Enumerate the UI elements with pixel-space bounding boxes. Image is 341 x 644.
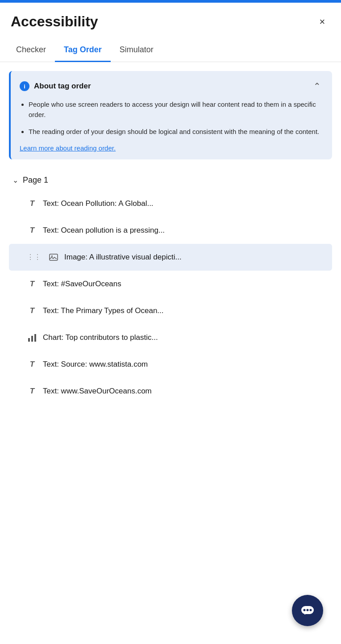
page-section: ⌄ Page 1 T Text: Ocean Pollution: A Glob… bbox=[9, 170, 332, 405]
tab-tag-order[interactable]: Tag Order bbox=[55, 39, 111, 62]
info-box-bullets: People who use screen readers to access … bbox=[20, 100, 323, 137]
tag-label: Text: Ocean Pollution: A Global... bbox=[43, 199, 154, 208]
info-box-header: i About tag order ⌃ bbox=[20, 80, 323, 92]
text-icon: T bbox=[27, 359, 37, 370]
tag-label: Text: Source: www.statista.com bbox=[43, 360, 148, 369]
close-button[interactable]: × bbox=[314, 14, 330, 30]
svg-point-8 bbox=[310, 609, 312, 611]
collapse-button[interactable]: ⌃ bbox=[311, 80, 323, 92]
svg-point-7 bbox=[307, 609, 309, 611]
tag-label: Text: The Primary Types of Ocean... bbox=[43, 306, 164, 315]
svg-point-1 bbox=[51, 255, 53, 257]
svg-rect-0 bbox=[50, 254, 58, 260]
tag-item[interactable]: T Text: Ocean pollution is a pressing... bbox=[9, 217, 332, 244]
header: Accessibility × bbox=[0, 3, 341, 39]
tag-label: Chart: Top contributors to plastic... bbox=[43, 333, 158, 342]
text-icon: T bbox=[27, 198, 37, 209]
drag-handle-icon: ⋮⋮ bbox=[27, 253, 41, 261]
page-header[interactable]: ⌄ Page 1 bbox=[9, 170, 332, 190]
tag-item-selected[interactable]: ⋮⋮ Image: A illustrative visual depicti.… bbox=[9, 244, 332, 271]
tag-list: T Text: Ocean Pollution: A Global... T T… bbox=[9, 190, 332, 405]
tag-item[interactable]: Chart: Top contributors to plastic... bbox=[9, 324, 332, 351]
tag-item[interactable]: T Text: Source: www.statista.com bbox=[9, 351, 332, 378]
tag-label: Text: #SaveOurOceans bbox=[43, 280, 121, 289]
svg-point-6 bbox=[304, 609, 306, 611]
svg-rect-2 bbox=[28, 338, 30, 342]
main-content: i About tag order ⌃ People who use scree… bbox=[0, 62, 341, 644]
learn-more-link[interactable]: Learn more about reading order. bbox=[20, 144, 116, 152]
page-title: Accessibility bbox=[11, 13, 98, 30]
info-box-title-row: i About tag order bbox=[20, 81, 91, 91]
chat-icon bbox=[299, 602, 316, 619]
tab-simulator[interactable]: Simulator bbox=[111, 39, 162, 62]
bullet-1: People who use screen readers to access … bbox=[29, 100, 323, 120]
info-box-title: About tag order bbox=[34, 82, 91, 91]
page-section-title: Page 1 bbox=[23, 176, 48, 185]
image-icon bbox=[48, 252, 59, 263]
chevron-down-icon: ⌄ bbox=[12, 176, 18, 184]
text-icon: T bbox=[27, 279, 37, 289]
svg-rect-3 bbox=[31, 336, 33, 342]
tag-item[interactable]: T Text: www.SaveOurOceans.com bbox=[9, 378, 332, 405]
tag-label: Image: A illustrative visual depicti... bbox=[64, 253, 182, 262]
tag-label: Text: www.SaveOurOceans.com bbox=[43, 387, 152, 396]
tag-item[interactable]: T Text: #SaveOurOceans bbox=[9, 271, 332, 297]
tag-label: Text: Ocean pollution is a pressing... bbox=[43, 226, 165, 235]
bullet-2: The reading order of your design should … bbox=[29, 127, 323, 137]
tag-item[interactable]: T Text: The Primary Types of Ocean... bbox=[9, 297, 332, 324]
svg-rect-4 bbox=[34, 334, 36, 342]
accessibility-panel: Accessibility × Checker Tag Order Simula… bbox=[0, 0, 341, 644]
text-icon: T bbox=[27, 386, 37, 397]
chart-icon bbox=[27, 332, 37, 343]
tag-item[interactable]: T Text: Ocean Pollution: A Global... bbox=[9, 190, 332, 217]
tabs-bar: Checker Tag Order Simulator bbox=[0, 39, 341, 62]
chat-button[interactable] bbox=[292, 595, 323, 626]
text-icon: T bbox=[27, 225, 37, 236]
info-icon: i bbox=[20, 81, 29, 91]
tab-checker[interactable]: Checker bbox=[7, 39, 55, 62]
text-icon: T bbox=[27, 305, 37, 316]
info-box: i About tag order ⌃ People who use scree… bbox=[9, 71, 332, 159]
